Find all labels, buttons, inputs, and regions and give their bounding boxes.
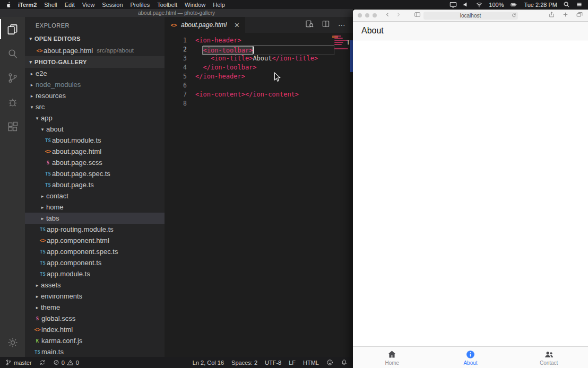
file-row-about.page.spec.ts[interactable]: TSabout.page.spec.ts bbox=[25, 168, 165, 179]
file-row-index.html[interactable]: <>index.html bbox=[25, 324, 165, 335]
apple-menu-icon[interactable] bbox=[5, 1, 12, 8]
zoom-window-button[interactable] bbox=[373, 13, 377, 17]
file-row-karma.conf.js[interactable]: Kkarma.conf.js bbox=[25, 335, 165, 346]
folder-row-tabs[interactable]: ▸tabs bbox=[25, 213, 165, 224]
code-line[interactable]: 5</ion-header> bbox=[165, 72, 353, 81]
file-row-about.page.scss[interactable]: Sabout.page.scss bbox=[25, 157, 165, 168]
address-bar[interactable]: localhost bbox=[423, 12, 518, 20]
open-editors-header[interactable]: ▾ OPEN EDITORS bbox=[25, 33, 165, 45]
scss-file-icon: S bbox=[33, 316, 41, 321]
language-mode-status[interactable]: HTML bbox=[303, 360, 319, 366]
volume-status-icon[interactable] bbox=[463, 1, 470, 8]
folder-row-assets[interactable]: ▸assets bbox=[25, 279, 165, 291]
file-row-global.scss[interactable]: Sglobal.scss bbox=[25, 313, 165, 324]
tree-item-label: about bbox=[46, 125, 64, 133]
indentation-status[interactable]: Spaces: 2 bbox=[231, 360, 257, 366]
menu-toolbelt[interactable]: Toolbelt bbox=[157, 2, 177, 8]
menu-session[interactable]: Session bbox=[102, 2, 123, 8]
more-actions-icon[interactable]: ⋯ bbox=[338, 22, 346, 28]
folder-row-contact[interactable]: ▸contact bbox=[25, 190, 165, 201]
notification-center-icon[interactable] bbox=[576, 1, 583, 8]
code-line[interactable]: 7<ion-content></ion-content> bbox=[165, 90, 353, 99]
folder-row-app[interactable]: ▾app bbox=[25, 112, 165, 124]
wifi-status-icon[interactable] bbox=[475, 1, 483, 8]
file-row-about.page.ts[interactable]: TSabout.page.ts bbox=[25, 179, 165, 190]
close-window-button[interactable] bbox=[358, 13, 362, 17]
code-editor[interactable]: 1<ion-header>2 <ion-toolbar>3 <ion-title… bbox=[165, 33, 353, 357]
chevron-right-icon: ▸ bbox=[28, 93, 36, 99]
minimize-window-button[interactable] bbox=[365, 13, 369, 17]
git-branch-status[interactable]: master bbox=[5, 359, 32, 366]
folder-row-theme[interactable]: ▸theme bbox=[25, 302, 165, 313]
sidebar-toggle-icon[interactable] bbox=[413, 11, 421, 20]
activity-source-control-icon[interactable] bbox=[0, 66, 25, 90]
cursor-position-status[interactable]: Ln 2, Col 16 bbox=[193, 360, 224, 366]
reload-icon[interactable] bbox=[511, 13, 516, 19]
back-button[interactable] bbox=[385, 11, 391, 20]
open-preview-icon[interactable] bbox=[305, 20, 314, 30]
menu-view[interactable]: View bbox=[82, 2, 95, 8]
project-header[interactable]: ▾ PHOTO-GALLERY bbox=[25, 56, 165, 68]
notifications-bell-icon[interactable] bbox=[341, 359, 348, 366]
settings-gear-icon[interactable] bbox=[0, 330, 25, 355]
tab-contact[interactable]: Contact bbox=[509, 347, 588, 368]
code-line[interactable]: 8 bbox=[165, 99, 353, 108]
open-editor-item[interactable]: <> about.page.html src/app/about bbox=[25, 45, 165, 56]
activity-explorer-icon[interactable] bbox=[0, 17, 25, 41]
code-line[interactable]: 6 bbox=[165, 81, 353, 90]
new-tab-icon[interactable] bbox=[562, 11, 569, 20]
tree-item-label: node_modules bbox=[36, 81, 81, 89]
html-file-icon: <> bbox=[44, 148, 52, 154]
code-line[interactable]: 4 </ion-toolbar> bbox=[165, 63, 353, 72]
activity-search-icon[interactable] bbox=[0, 41, 25, 66]
menu-iterm2[interactable]: iTerm2 bbox=[18, 2, 37, 8]
file-row-main.ts[interactable]: TSmain.ts bbox=[25, 346, 165, 357]
activity-extensions-icon[interactable] bbox=[0, 115, 25, 139]
problems-status[interactable]: 0 0 bbox=[53, 359, 79, 366]
activity-debug-icon[interactable] bbox=[0, 90, 25, 115]
spotlight-icon[interactable] bbox=[563, 1, 570, 8]
close-tab-icon[interactable]: ✕ bbox=[234, 21, 240, 29]
file-row-app.component.ts[interactable]: TSapp.component.ts bbox=[25, 257, 165, 268]
battery-icon[interactable] bbox=[509, 2, 518, 8]
forward-button[interactable] bbox=[395, 11, 401, 20]
menu-help[interactable]: Help bbox=[213, 2, 225, 8]
menu-edit[interactable]: Edit bbox=[65, 2, 75, 8]
folder-row-environments[interactable]: ▸environments bbox=[25, 291, 165, 302]
menu-shell[interactable]: Shell bbox=[44, 2, 57, 8]
file-row-about.module.ts[interactable]: TSabout.module.ts bbox=[25, 135, 165, 146]
ionic-tab-bar: HomeAboutContact bbox=[353, 346, 588, 368]
tab-about[interactable]: About bbox=[431, 347, 510, 368]
tab-overview-icon[interactable] bbox=[576, 11, 583, 20]
code-line[interactable]: 2 <ion-toolbar> bbox=[165, 45, 353, 54]
feedback-smiley-icon[interactable] bbox=[326, 359, 333, 366]
eol-status[interactable]: LF bbox=[289, 360, 296, 366]
display-status-icon[interactable] bbox=[449, 1, 457, 8]
encoding-status[interactable]: UTF-8 bbox=[265, 360, 281, 366]
open-editor-path: src/app/about bbox=[97, 47, 134, 54]
file-row-app.component.html[interactable]: <>app.component.html bbox=[25, 235, 165, 246]
code-line[interactable]: 3 <ion-title>About</ion-title> bbox=[165, 54, 353, 63]
split-editor-icon[interactable] bbox=[322, 20, 330, 30]
code-line[interactable]: 1<ion-header> bbox=[165, 36, 353, 45]
folder-row-home[interactable]: ▸home bbox=[25, 201, 165, 213]
folder-row-node_modules[interactable]: ▸node_modules bbox=[25, 79, 165, 90]
folder-row-resources[interactable]: ▸resources bbox=[25, 90, 165, 101]
menu-window[interactable]: Window bbox=[185, 2, 205, 8]
folder-row-e2e[interactable]: ▸e2e bbox=[25, 68, 165, 79]
karma-file-icon: K bbox=[33, 338, 41, 344]
menu-profiles[interactable]: Profiles bbox=[131, 2, 150, 8]
editor-tab[interactable]: <> about.page.html ✕ bbox=[165, 17, 245, 33]
sync-button[interactable] bbox=[39, 359, 46, 366]
folder-row-src[interactable]: ▾src bbox=[25, 101, 165, 112]
tree-item-label: index.html bbox=[41, 326, 73, 334]
file-row-app.component.spec.ts[interactable]: TSapp.component.spec.ts bbox=[25, 246, 165, 257]
file-row-app.module.ts[interactable]: TSapp.module.ts bbox=[25, 268, 165, 279]
share-icon[interactable] bbox=[548, 11, 555, 21]
menu-bar-clock[interactable]: Tue 2:28 PM bbox=[524, 2, 557, 8]
folder-row-about[interactable]: ▾about bbox=[25, 124, 165, 135]
tab-home[interactable]: Home bbox=[353, 347, 431, 368]
explorer-sidebar: EXPLORER ▾ OPEN EDITORS <> about.page.ht… bbox=[25, 17, 165, 357]
file-row-about.page.html[interactable]: <>about.page.html bbox=[25, 146, 165, 157]
file-row-app-routing.module.ts[interactable]: TSapp-routing.module.ts bbox=[25, 224, 165, 235]
